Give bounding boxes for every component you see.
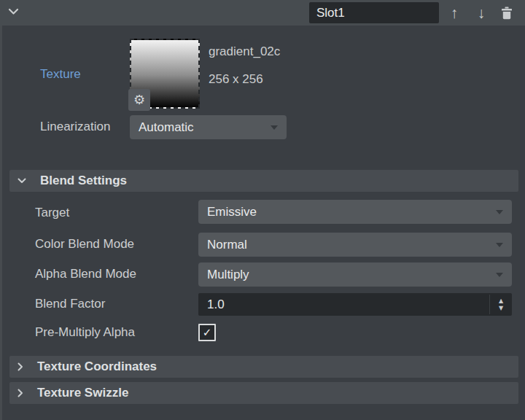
- texture-label: Texture: [40, 67, 81, 82]
- chevron-down-icon: [496, 243, 503, 247]
- section-title: Blend Settings: [40, 174, 127, 188]
- chevron-down-icon: [18, 178, 26, 184]
- move-down-button[interactable]: ↓: [470, 1, 492, 24]
- collapse-chevron-down-icon[interactable]: [8, 8, 19, 15]
- chevron-down-icon: [496, 210, 503, 214]
- step-down-icon: ▼: [499, 306, 503, 311]
- section-header-texture-coordinates[interactable]: Texture Coordinates: [9, 356, 518, 378]
- blend-factor-field: ▲ ▼: [198, 293, 512, 316]
- color-blend-mode-value: Normal: [207, 238, 247, 252]
- slot-header-bar: ↑ ↓: [0, 0, 525, 26]
- arrow-down-icon: ↓: [478, 4, 486, 22]
- panel-left-border: [0, 26, 2, 420]
- gear-icon: ⚙: [133, 92, 145, 108]
- pre-multiply-alpha-checkbox[interactable]: ✓: [198, 324, 216, 341]
- alpha-blend-mode-label: Alpha Blend Mode: [35, 267, 136, 281]
- pre-multiply-alpha-label: Pre-Multiply Alpha: [35, 325, 135, 340]
- target-select[interactable]: Emissive: [198, 200, 512, 224]
- trash-icon: [501, 7, 513, 20]
- color-blend-mode-label: Color Blend Mode: [35, 237, 134, 252]
- alpha-blend-mode-value: Multiply: [207, 268, 249, 282]
- linearization-label: Linearization: [40, 120, 110, 134]
- target-value: Emissive: [207, 205, 257, 219]
- slot-name-input[interactable]: [309, 2, 439, 23]
- section-title: Texture Coordinates: [37, 359, 157, 374]
- blend-factor-label: Blend Factor: [35, 297, 105, 311]
- arrow-up-icon: ↑: [451, 4, 459, 22]
- move-up-button[interactable]: ↑: [443, 1, 465, 24]
- linearization-select[interactable]: Automatic: [130, 115, 287, 139]
- blend-factor-stepper[interactable]: ▲ ▼: [490, 293, 512, 316]
- section-header-blend-settings[interactable]: Blend Settings: [9, 170, 518, 192]
- texture-slot-panel: ↑ ↓ Texture ⚙ gradient_02c 256 x 256 Lin…: [0, 0, 525, 420]
- target-label: Target: [35, 206, 69, 220]
- linearization-value: Automatic: [139, 120, 194, 135]
- chevron-down-icon: [271, 125, 278, 130]
- section-title: Texture Swizzle: [37, 386, 128, 400]
- chevron-down-icon: [496, 273, 503, 277]
- texture-asset-name: gradient_02c: [209, 44, 280, 59]
- chevron-right-icon: [18, 389, 23, 397]
- texture-options-button[interactable]: ⚙: [128, 89, 150, 111]
- texture-asset-size: 256 x 256: [209, 72, 263, 87]
- color-blend-mode-select[interactable]: Normal: [198, 233, 512, 257]
- chevron-right-icon: [18, 362, 23, 371]
- step-up-icon: ▲: [499, 298, 503, 304]
- delete-slot-button[interactable]: [496, 1, 518, 24]
- section-header-texture-swizzle[interactable]: Texture Swizzle: [9, 382, 518, 404]
- alpha-blend-mode-select[interactable]: Multiply: [198, 262, 512, 287]
- blend-factor-input[interactable]: [198, 293, 487, 316]
- checkmark-icon: ✓: [203, 327, 212, 338]
